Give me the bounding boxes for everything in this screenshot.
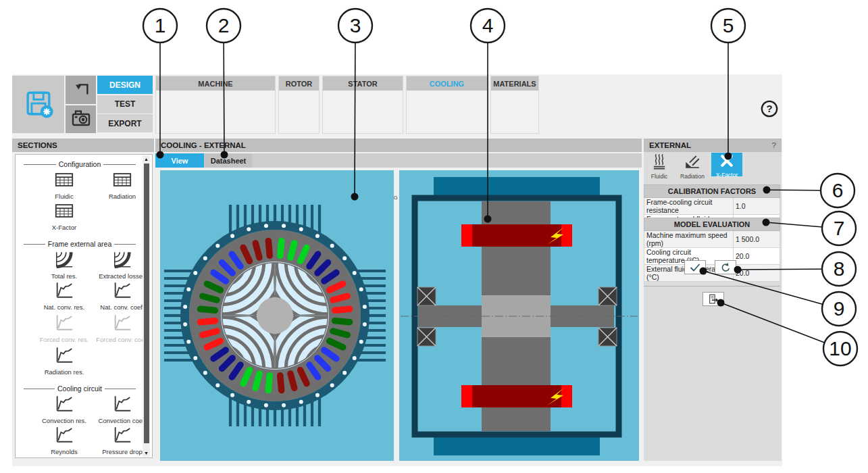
ribbon-group-cooling: COOLINGEXTERNALINTERNAL	[406, 76, 488, 134]
section-item-label: Fluidic	[55, 193, 73, 200]
panel-help-label[interactable]: ?	[772, 141, 776, 149]
section-item-label: Forced conv. res.	[40, 336, 89, 343]
curve-icon	[54, 313, 74, 334]
right-panel-title-bar: EXTERNAL ?	[644, 139, 782, 152]
section-item-total-res[interactable]: Total res.	[34, 249, 94, 280]
row-value[interactable]: 1.0	[734, 198, 780, 215]
section-item-label: Convection res.	[42, 417, 86, 424]
section-item-radiation-res[interactable]: Radiation res.	[34, 345, 94, 376]
section-item-label: Nat. conv. res.	[44, 303, 85, 311]
ribbon-group-label: ROTOR	[279, 76, 319, 91]
svg-text:1: 1	[155, 14, 166, 36]
ribbon-group-label: COOLING	[407, 76, 487, 91]
table-row: Frame-cooling circuit resistance1.0	[644, 198, 780, 215]
application-window: DESIGNTESTEXPORT MACHINETOPOLOGYHOUSINGS…	[0, 0, 868, 473]
svg-text:6: 6	[832, 179, 844, 201]
svg-text:5: 5	[723, 14, 734, 36]
panel-divider	[644, 286, 780, 287]
help-button[interactable]: ?	[760, 99, 779, 121]
scroll-down-icon[interactable]: ▼	[143, 449, 150, 457]
curve-icon	[112, 280, 132, 302]
section-item-reynolds[interactable]: Reynolds	[34, 425, 94, 455]
ribbon-group-machine: MACHINETOPOLOGYHOUSINGSHAFT	[155, 76, 276, 134]
ribbon-group-rotor: ROTORSALIENCY	[278, 76, 320, 134]
section-item-label: Radiation res.	[45, 368, 84, 376]
arc-layers-icon	[112, 249, 132, 271]
panel-tab-radiation[interactable]: Radiation	[675, 153, 710, 176]
external-settings-panel: FluidicRadiationX-Factor CALIBRATION FAC…	[644, 152, 782, 461]
table-icon	[54, 202, 74, 222]
svg-text:9: 9	[834, 297, 845, 320]
row-label: Machine maximum speed (rpm)	[644, 231, 734, 248]
calibration-factors-table-title: CALIBRATION FACTORS	[644, 185, 780, 198]
section-item-nat-conv-res[interactable]: Nat. conv. res.	[34, 280, 94, 311]
section-item-label: Extracted losses	[99, 272, 146, 280]
row-value[interactable]: 1 500.0	[734, 231, 780, 248]
mode-tab-test[interactable]: TEST	[97, 95, 153, 114]
row-value[interactable]: 20.0	[734, 248, 780, 265]
axial-view[interactable]	[399, 170, 639, 461]
mode-tab-export[interactable]: EXPORT	[97, 114, 153, 132]
curve-icon	[112, 394, 132, 416]
model-evaluation-table: MODEL EVALUATIONMachine maximum speed (r…	[644, 218, 780, 282]
panel-tab-label: Fluidic	[651, 173, 668, 180]
svg-text:3: 3	[350, 14, 361, 36]
reset-button[interactable]	[715, 260, 736, 274]
section-item-label: Forced conv. coef.	[96, 336, 148, 343]
ribbon-group-materials: MATERIALSMATERIALS	[490, 76, 539, 134]
panel-tab-x-factor[interactable]: X-Factor	[711, 153, 742, 176]
section-item-label: Radiation	[109, 193, 136, 200]
export-results-button[interactable]	[703, 292, 724, 306]
radial-view[interactable]	[160, 170, 394, 461]
save-button[interactable]	[12, 76, 64, 133]
right-panel-title: EXTERNAL	[649, 141, 691, 149]
ribbon-group-label: STATOR	[323, 76, 403, 91]
page-title: COOLING - EXTERNAL	[155, 139, 642, 152]
sections-panel-title: SECTIONS	[12, 139, 154, 152]
curve-icon	[112, 425, 132, 447]
section-item-fluidic[interactable]: Fluidic	[34, 171, 94, 200]
arc-layers-icon	[54, 249, 74, 271]
return-arrow-icon	[70, 78, 93, 101]
row-label: Frame-cooling circuit resistance	[644, 198, 734, 215]
table-row: Machine maximum speed (rpm)1 500.0	[644, 231, 780, 248]
ribbon-group-label: MATERIALS	[491, 76, 538, 91]
sidebar-scrollbar[interactable]: ▲ ▼	[143, 155, 150, 457]
ribbon-group-stator: STATORSLOTWINDING	[322, 76, 403, 134]
svg-text:8: 8	[834, 257, 845, 280]
curve-icon	[54, 425, 74, 447]
sections-panel: ConfigurationFluidicRadiationX-FactorFra…	[15, 154, 153, 458]
screenshot-button[interactable]	[66, 105, 96, 133]
section-item-label: Reynolds	[51, 448, 78, 455]
section-item-label: Pressure drop	[102, 448, 143, 455]
section-group-header: Configuration	[21, 160, 138, 168]
section-group-header: Cooling circuit	[21, 384, 138, 393]
camera-icon	[69, 107, 93, 132]
scroll-up-icon[interactable]: ▲	[143, 155, 150, 163]
section-group-header: Frame external area	[21, 240, 138, 248]
section-item-forced-conv-res: Forced conv. res.	[34, 313, 94, 343]
tab-view[interactable]: View	[155, 153, 204, 168]
return-arrow-button[interactable]	[66, 76, 96, 104]
curve-icon	[112, 313, 132, 334]
scrollbar-thumb[interactable]	[144, 164, 149, 443]
section-item-x-factor[interactable]: X-Factor	[34, 202, 94, 231]
curve-icon	[54, 394, 74, 416]
panel-tab-label: X-Factor	[716, 172, 738, 178]
section-item-convection-res[interactable]: Convection res.	[34, 394, 94, 424]
panel-tab-fluidic[interactable]: Fluidic	[645, 153, 673, 176]
table-row: External fluid temperature (°C)20.0	[644, 265, 780, 282]
section-item-label: Total res.	[51, 272, 78, 280]
row-value[interactable]: 20.0	[734, 265, 780, 282]
table-icon	[112, 171, 132, 191]
tab-datasheet[interactable]: Datasheet	[205, 153, 252, 168]
svg-text:2: 2	[218, 14, 230, 36]
curve-icon	[54, 345, 74, 367]
svg-text:7: 7	[834, 217, 845, 239]
save-icon	[23, 88, 54, 122]
fluidic-icon	[650, 153, 668, 173]
table-icon	[54, 171, 74, 191]
apply-button[interactable]	[684, 260, 706, 274]
mode-tab-design[interactable]: DESIGN	[97, 76, 153, 94]
svg-text:10: 10	[829, 337, 851, 359]
